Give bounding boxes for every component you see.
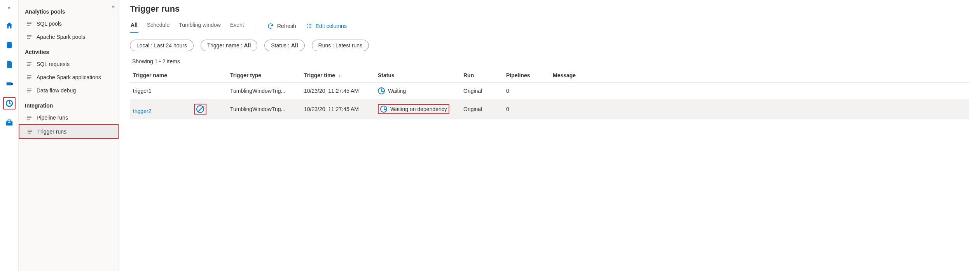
- svg-rect-15: [27, 77, 31, 77]
- message-value: [550, 83, 969, 99]
- rail-home-icon[interactable]: [3, 19, 16, 32]
- rail-monitor-icon[interactable]: [3, 97, 16, 109]
- svg-rect-8: [27, 35, 31, 35]
- trigger-name[interactable]: trigger2: [133, 108, 151, 114]
- status-text: Waiting on dependency: [390, 106, 447, 112]
- svg-rect-14: [27, 75, 31, 76]
- svg-rect-12: [27, 64, 31, 64]
- expand-rail-button[interactable]: »: [6, 3, 12, 12]
- edit-columns-label: Edit columns: [316, 23, 347, 29]
- cancel-icon: [196, 105, 204, 113]
- nav-item-icon: [26, 33, 33, 40]
- col-trigger-time-label: Trigger time: [304, 72, 335, 78]
- nav-item-sql-pools[interactable]: SQL pools: [19, 17, 119, 30]
- clock-icon: [378, 87, 385, 94]
- table-row[interactable]: trigger2TumblingWindowTrig...10/23/20, 1…: [130, 99, 969, 119]
- clock-icon: [380, 106, 387, 113]
- nav-item-data-flow-debug[interactable]: Data flow debug: [19, 84, 119, 97]
- nav-item-label: Apache Spark applications: [37, 74, 101, 80]
- trigger-type: TumblingWindowTrig...: [227, 99, 301, 119]
- nav-item-sql-requests[interactable]: SQL requests: [19, 57, 119, 71]
- nav-item-pipeline-runs[interactable]: Pipeline runs: [19, 111, 119, 124]
- nav-item-icon: [26, 61, 33, 68]
- filter-pill[interactable]: Local : Last 24 hours: [130, 40, 194, 51]
- svg-rect-18: [27, 90, 31, 90]
- edit-columns-button[interactable]: Edit columns: [306, 23, 347, 30]
- svg-rect-20: [27, 116, 31, 116]
- col-trigger-type[interactable]: Trigger type: [227, 68, 301, 83]
- status-text: Waiting: [388, 88, 406, 94]
- run-value: Original: [460, 83, 503, 99]
- trigger-time: 10/23/20, 11:27:45 AM: [301, 83, 375, 99]
- filter-pill[interactable]: Status : All: [264, 40, 304, 51]
- nav-item-label: Trigger runs: [37, 129, 66, 135]
- tab-tumbling-window[interactable]: Tumbling window: [178, 19, 222, 33]
- side-panel: « Analytics poolsSQL poolsApache Spark p…: [19, 0, 119, 271]
- nav-item-icon: [26, 114, 33, 121]
- table-row[interactable]: trigger1TumblingWindowTrig...10/23/20, 1…: [130, 83, 969, 99]
- col-message[interactable]: Message: [550, 68, 969, 83]
- results-table: Trigger name Trigger type Trigger time ↑…: [130, 68, 969, 119]
- svg-rect-7: [27, 25, 30, 25]
- svg-rect-16: [27, 78, 30, 79]
- svg-rect-6: [27, 23, 31, 24]
- refresh-button[interactable]: Refresh: [267, 23, 296, 30]
- divider: [256, 21, 256, 31]
- filter-pill[interactable]: Runs : Latest runs: [312, 40, 369, 51]
- svg-rect-13: [27, 65, 30, 66]
- svg-rect-21: [27, 117, 31, 118]
- status-cell: Waiting on dependency: [378, 104, 449, 114]
- nav-item-label: Apache Spark pools: [37, 34, 85, 40]
- nav-item-apache-spark-applications[interactable]: Apache Spark applications: [19, 71, 119, 84]
- col-pipelines[interactable]: Pipelines: [503, 68, 550, 83]
- trigger-time: 10/23/20, 11:27:45 AM: [301, 99, 375, 119]
- nav-item-label: Pipeline runs: [37, 115, 68, 121]
- page-title: Trigger runs: [130, 4, 969, 14]
- rail-toolbox-icon[interactable]: [3, 116, 16, 129]
- tab-event[interactable]: Event: [229, 19, 245, 33]
- tabs-toolbar: AllScheduleTumbling windowEvent Refresh …: [130, 19, 969, 33]
- filters-bar: Local : Last 24 hoursTrigger name : AllS…: [130, 40, 969, 51]
- pipelines-value: 0: [503, 83, 550, 99]
- svg-rect-24: [28, 131, 32, 132]
- pipelines-value: 0: [503, 99, 550, 119]
- rail-document-icon[interactable]: [3, 58, 16, 71]
- svg-rect-25: [28, 133, 31, 133]
- nav-item-label: SQL requests: [37, 61, 70, 67]
- col-trigger-name[interactable]: Trigger name: [130, 68, 227, 83]
- refresh-label: Refresh: [277, 23, 296, 29]
- nav-item-icon: [26, 128, 33, 135]
- svg-rect-10: [27, 38, 30, 38]
- nav-group-title: Analytics pools: [19, 3, 119, 17]
- col-trigger-time[interactable]: Trigger time ↑↓: [301, 68, 375, 83]
- main-content: Trigger runs AllScheduleTumbling windowE…: [119, 0, 980, 271]
- nav-item-icon: [26, 74, 33, 81]
- svg-rect-17: [27, 89, 31, 89]
- svg-rect-19: [27, 92, 30, 92]
- cancel-run-button[interactable]: [194, 104, 206, 115]
- message-value: [550, 99, 969, 119]
- nav-item-label: SQL pools: [37, 21, 62, 27]
- nav-item-label: Data flow debug: [37, 87, 76, 94]
- nav-item-trigger-runs[interactable]: Trigger runs: [19, 124, 119, 139]
- tab-schedule[interactable]: Schedule: [146, 19, 170, 33]
- trigger-name: trigger1: [133, 88, 151, 94]
- tab-all[interactable]: All: [130, 19, 138, 33]
- svg-rect-23: [28, 130, 32, 130]
- filter-pill[interactable]: Trigger name : All: [201, 40, 257, 51]
- svg-rect-22: [27, 119, 30, 119]
- showing-count: Showing 1 - 2 items: [132, 58, 969, 64]
- svg-rect-11: [27, 62, 31, 63]
- svg-point-1: [10, 83, 12, 85]
- rail-pipeline-icon[interactable]: [3, 78, 16, 90]
- refresh-icon: [267, 23, 274, 30]
- rail-database-icon[interactable]: [3, 39, 16, 51]
- collapse-panel-button[interactable]: «: [112, 3, 115, 9]
- nav-group-title: Activities: [19, 43, 119, 57]
- svg-rect-9: [27, 36, 31, 37]
- sort-icon: ↑↓: [338, 73, 343, 78]
- col-run[interactable]: Run: [460, 68, 503, 83]
- col-status[interactable]: Status: [375, 68, 460, 83]
- nav-group-title: Integration: [19, 97, 119, 111]
- nav-item-apache-spark-pools[interactable]: Apache Spark pools: [19, 30, 119, 43]
